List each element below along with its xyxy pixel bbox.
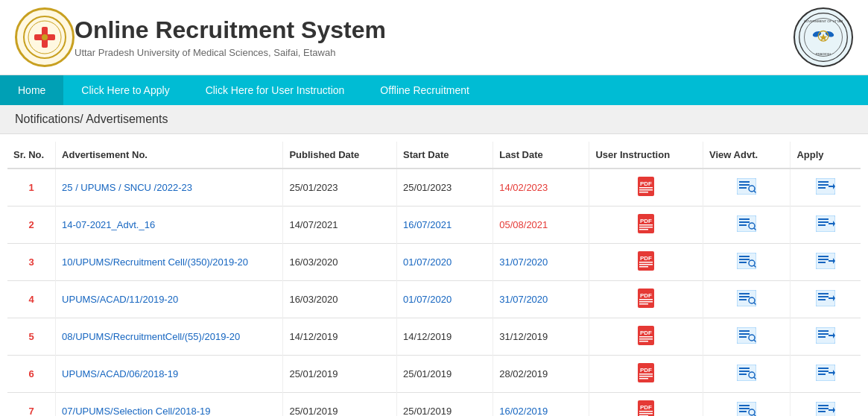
apply-icon[interactable] [816, 260, 835, 271]
table-container: Sr. No. Advertisement No. Published Date… [0, 142, 868, 416]
view-advt-icon[interactable] [737, 223, 756, 234]
cell-start-date: 01/07/2020 [397, 281, 493, 318]
logo-left [15, 7, 75, 67]
svg-rect-67 [739, 293, 750, 294]
svg-rect-95 [639, 376, 653, 377]
pdf-icon[interactable]: PDF [638, 224, 654, 236]
view-advt-icon[interactable] [737, 186, 756, 197]
apply-icon[interactable] [816, 372, 835, 383]
col-apply: Apply [791, 142, 861, 168]
view-advt-icon[interactable] [737, 335, 756, 346]
cell-user-instruction: PDF [589, 356, 703, 393]
svg-rect-74 [818, 296, 829, 297]
cell-last-date: 31/12/2019 [493, 318, 589, 356]
table-row: 4UPUMS/ACAD/11/2019-2016/03/202001/07/20… [7, 281, 861, 318]
col-sr: Sr. No. [7, 142, 56, 168]
nav-user-instruction[interactable]: Click Here for User Instruction [188, 75, 363, 105]
apply-icon[interactable] [816, 186, 835, 197]
cell-published-date: 14/12/2019 [283, 318, 397, 356]
cell-sr: 7 [7, 393, 56, 417]
svg-rect-99 [739, 368, 750, 369]
nav-home[interactable]: Home [0, 75, 63, 105]
svg-rect-32 [639, 229, 648, 230]
svg-rect-110 [639, 411, 653, 412]
cell-user-instruction: PDF [589, 168, 703, 207]
cell-last-date: 16/02/2019 [493, 393, 589, 417]
pdf-icon[interactable]: PDF [638, 187, 654, 198]
cell-user-instruction: PDF [589, 281, 703, 318]
table-body: 125 / UPUMS / SNCU /2022-2325/01/202325/… [7, 168, 861, 416]
svg-rect-64 [639, 303, 648, 305]
svg-text:PDF: PDF [640, 330, 652, 336]
cell-last-date: 31/07/2020 [493, 281, 589, 318]
cell-start-date: 25/01/2023 [397, 168, 493, 207]
svg-rect-58 [818, 259, 829, 260]
cell-view-advt [703, 207, 791, 244]
svg-text:PDF: PDF [640, 218, 652, 224]
header: Online Recruitment System Uttar Pradesh … [0, 0, 868, 75]
cell-adv-no: 10/UPUMS/Recruitment Cell/(350)/2019-20 [56, 244, 283, 281]
svg-rect-116 [739, 408, 750, 409]
view-advt-icon[interactable] [737, 409, 756, 416]
pdf-icon[interactable]: PDF [638, 374, 654, 385]
svg-rect-57 [818, 256, 829, 257]
table-row: 125 / UPUMS / SNCU /2022-2325/01/202325/… [7, 168, 861, 207]
cell-published-date: 14/07/2021 [283, 207, 397, 244]
svg-rect-105 [818, 368, 829, 369]
svg-rect-26 [818, 184, 829, 186]
col-published: Published Date [283, 142, 397, 168]
cell-start-date: 25/01/2019 [397, 393, 493, 417]
pdf-icon[interactable]: PDF [638, 411, 654, 416]
svg-rect-51 [739, 256, 750, 257]
apply-icon[interactable] [816, 297, 835, 309]
col-advno: Advertisement No. [56, 142, 283, 168]
cell-last-date: 05/08/2021 [493, 207, 589, 244]
cell-last-date: 28/02/2019 [493, 356, 589, 393]
svg-rect-53 [739, 262, 747, 263]
svg-rect-106 [818, 371, 829, 372]
svg-rect-91 [818, 336, 826, 338]
svg-rect-15 [639, 189, 653, 191]
table-row: 707/UPUMS/Selection Cell/2018-1925/01/20… [7, 393, 861, 417]
svg-text:GOVERNMENT OF UTTAR: GOVERNMENT OF UTTAR [804, 19, 843, 23]
svg-rect-111 [639, 413, 653, 415]
section-title: Notifications/ Advertisements [0, 105, 868, 134]
apply-icon[interactable] [816, 223, 835, 234]
cell-apply [791, 393, 861, 417]
svg-rect-78 [639, 336, 653, 338]
nav-offline[interactable]: Offline Recruitment [362, 75, 487, 105]
cell-user-instruction: PDF [589, 207, 703, 244]
cell-adv-no: 08/UPUMS/RecruitmentCell/(55)/2019-20 [56, 318, 283, 356]
nav-apply[interactable]: Click Here to Apply [63, 75, 187, 105]
svg-rect-96 [639, 378, 648, 379]
svg-rect-100 [739, 371, 750, 372]
svg-rect-122 [818, 408, 829, 409]
svg-rect-43 [818, 224, 826, 226]
view-advt-icon[interactable] [737, 260, 756, 271]
cell-view-advt [703, 244, 791, 281]
pdf-icon[interactable]: PDF [638, 299, 654, 310]
svg-rect-63 [639, 301, 653, 303]
cell-apply [791, 318, 861, 356]
page-subtitle: Uttar Pradesh University of Medical Scie… [75, 47, 793, 58]
pdf-icon[interactable]: PDF [638, 336, 654, 347]
view-advt-icon[interactable] [737, 372, 756, 383]
svg-rect-80 [639, 341, 648, 342]
svg-rect-123 [818, 411, 826, 412]
svg-text:PDF: PDF [640, 292, 652, 299]
apply-icon[interactable] [816, 335, 835, 346]
col-user-inst: User Instruction [589, 142, 703, 168]
svg-text:PDF: PDF [640, 367, 652, 374]
cell-apply [791, 207, 861, 244]
svg-rect-115 [739, 405, 750, 406]
cell-adv-no: 25 / UPUMS / SNCU /2022-23 [56, 168, 283, 207]
svg-rect-94 [639, 374, 653, 375]
apply-icon[interactable] [816, 409, 835, 416]
logo-right: GOVERNMENT OF UTTAR PRADESH [793, 7, 853, 67]
pdf-icon[interactable]: PDF [638, 262, 654, 273]
cell-view-advt [703, 281, 791, 318]
view-advt-icon[interactable] [737, 297, 756, 309]
svg-rect-19 [739, 181, 750, 183]
svg-text:PDF: PDF [640, 404, 652, 411]
svg-rect-46 [639, 262, 653, 263]
